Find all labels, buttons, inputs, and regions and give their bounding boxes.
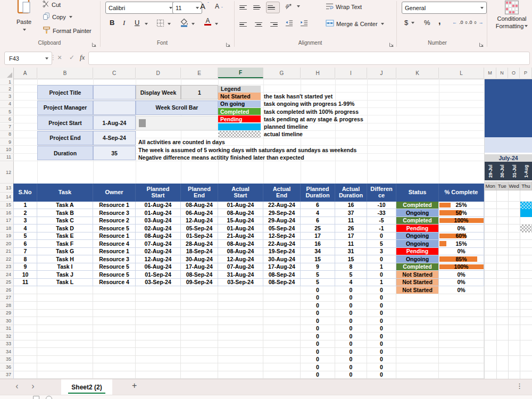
table-cell[interactable]: 01-Aug-24	[218, 225, 263, 232]
table-cell[interactable]: -33	[367, 209, 396, 217]
status-cell[interactable]: Not Started	[396, 279, 439, 287]
project-field-label[interactable]: Project End	[37, 131, 93, 145]
row-header-1[interactable]: 1	[0, 79, 13, 85]
table-cell[interactable]	[37, 371, 93, 379]
project-field-label[interactable]: Project Start	[37, 115, 93, 130]
table-cell[interactable]	[13, 356, 37, 364]
gantt-day-label[interactable]: Tue	[496, 181, 508, 190]
row-header-26[interactable]: 26	[0, 286, 13, 294]
status-cell[interactable]	[396, 325, 439, 333]
table-cell[interactable]	[263, 348, 301, 356]
table-cell[interactable]: Task G	[37, 248, 93, 256]
table-cell[interactable]: 0	[301, 317, 335, 325]
table-cell[interactable]: 7	[13, 248, 37, 256]
table-cell[interactable]: Resource 4	[93, 279, 136, 287]
column-header-L[interactable]: L	[439, 68, 484, 78]
table-cell[interactable]: 0	[367, 232, 396, 240]
table-cell[interactable]: 12-Aug-24	[136, 255, 181, 263]
column-header-I[interactable]: I	[335, 68, 367, 78]
table-cell[interactable]	[37, 340, 93, 348]
table-cell[interactable]: 0	[367, 371, 396, 379]
table-cell[interactable]	[13, 371, 37, 379]
table-cell[interactable]	[13, 340, 37, 348]
wrap-text-button[interactable]: Wrap Text	[326, 3, 362, 11]
table-header[interactable]: PlannedEnd	[181, 184, 218, 202]
row-header-36[interactable]: 36	[0, 363, 13, 371]
table-cell[interactable]: 11	[335, 240, 367, 248]
table-cell[interactable]: 5	[13, 232, 37, 240]
table-cell[interactable]	[181, 340, 218, 348]
table-cell[interactable]: 1	[367, 263, 396, 271]
status-cell[interactable]	[396, 371, 439, 379]
row-header-33[interactable]: 33	[0, 340, 13, 348]
table-cell[interactable]: 01-Aug-24	[136, 209, 181, 217]
table-cell[interactable]: Task L	[37, 279, 93, 287]
alignment-dialog-launcher[interactable]	[389, 40, 394, 45]
table-cell[interactable]	[93, 317, 136, 325]
table-cell[interactable]	[13, 348, 37, 356]
table-cell[interactable]	[181, 294, 218, 302]
table-cell[interactable]: 3	[367, 248, 396, 256]
status-cell[interactable]	[396, 363, 439, 371]
table-cell[interactable]: 0	[301, 302, 335, 310]
pct-complete-cell[interactable]	[439, 294, 484, 302]
table-cell[interactable]	[263, 294, 301, 302]
table-cell[interactable]: 08-Aug-24	[218, 240, 263, 248]
decrease-decimal-button[interactable]: .00→	[468, 20, 483, 25]
table-cell[interactable]: Task I	[37, 263, 93, 271]
row-header-28[interactable]: 28	[0, 302, 13, 310]
table-cell[interactable]: 0	[301, 294, 335, 302]
table-cell[interactable]	[263, 286, 301, 294]
status-cell[interactable]	[396, 310, 439, 318]
table-header[interactable]: Owner	[93, 184, 136, 202]
table-header[interactable]: ActualDuration	[335, 184, 367, 202]
table-cell[interactable]	[263, 340, 301, 348]
table-cell[interactable]	[263, 325, 301, 333]
table-cell[interactable]	[93, 302, 136, 310]
row-header-35[interactable]: 35	[0, 356, 13, 364]
table-cell[interactable]: 0	[335, 294, 367, 302]
table-cell[interactable]: 29-Sep-24	[263, 209, 301, 217]
project-field-value[interactable]	[93, 101, 136, 115]
row-header-30[interactable]: 30	[0, 317, 13, 325]
table-cell[interactable]: 0	[367, 302, 396, 310]
table-cell[interactable]: 15-Aug-24	[218, 217, 263, 225]
align-center-button[interactable]	[252, 19, 265, 30]
row-header-14[interactable]: 14	[0, 193, 13, 202]
table-cell[interactable]: Task H	[37, 255, 93, 263]
merge-center-button[interactable]: Merge & Center	[326, 20, 384, 28]
table-cell[interactable]: Resource 3	[93, 209, 136, 217]
row-header-12[interactable]: 12	[0, 161, 13, 184]
orientation-chevron-icon[interactable]	[297, 5, 300, 7]
column-header-N[interactable]: N	[496, 68, 508, 78]
row-header-4[interactable]: 4	[0, 101, 13, 108]
gantt-month-cell[interactable]: July-24	[485, 154, 532, 162]
table-cell[interactable]	[37, 302, 93, 310]
table-cell[interactable]	[136, 286, 181, 294]
gantt-bar-cell[interactable]	[520, 225, 532, 232]
table-cell[interactable]	[93, 325, 136, 333]
table-cell[interactable]: 0	[301, 340, 335, 348]
table-cell[interactable]: 12-Aug-24	[181, 217, 218, 225]
table-cell[interactable]	[263, 317, 301, 325]
row-header-19[interactable]: 19	[0, 232, 13, 240]
pct-complete-cell[interactable]	[439, 356, 484, 364]
table-cell[interactable]: 4	[335, 279, 367, 287]
table-cell[interactable]: 1	[13, 202, 37, 210]
status-cell[interactable]	[396, 356, 439, 364]
borders-chevron-icon[interactable]	[168, 23, 171, 25]
table-cell[interactable]: 22-Aug-24	[263, 240, 301, 248]
table-cell[interactable]: 9	[301, 263, 335, 271]
pct-complete-cell[interactable]	[439, 332, 484, 340]
table-cell[interactable]: 0	[367, 340, 396, 348]
table-cell[interactable]	[263, 310, 301, 318]
row-header-10[interactable]: 10	[0, 146, 13, 153]
table-cell[interactable]: 6	[301, 217, 335, 225]
increase-indent-button[interactable]	[300, 20, 308, 27]
table-cell[interactable]	[218, 325, 263, 333]
table-cell[interactable]: 08-Aug-24	[136, 232, 181, 240]
table-cell[interactable]	[136, 310, 181, 318]
table-cell[interactable]: 01-Sep-24	[181, 232, 218, 240]
table-cell[interactable]: 6	[301, 202, 335, 210]
table-cell[interactable]: 0	[335, 332, 367, 340]
